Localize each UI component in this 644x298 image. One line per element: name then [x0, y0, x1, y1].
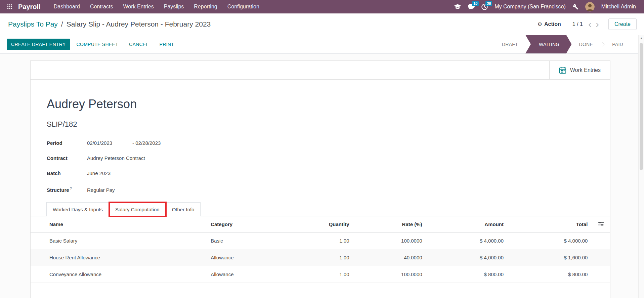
status-done[interactable]: DONE: [572, 35, 601, 53]
contract-label: Contract: [47, 155, 87, 161]
cell-name: House Rent Allowance: [31, 249, 205, 266]
nav-item-work-entries[interactable]: Work Entries: [118, 0, 159, 13]
cell-total: $ 4,000.00: [509, 232, 593, 249]
breadcrumb: Payslips To Pay / Salary Slip - Audrey P…: [8, 20, 211, 28]
app-name[interactable]: Payroll: [18, 3, 41, 11]
messages-badge: 10: [472, 1, 479, 6]
period-end-value[interactable]: - 02/28/2023: [132, 140, 161, 146]
debug-wrench-icon[interactable]: [572, 4, 578, 10]
cell-amount: $ 4,000.00: [428, 232, 509, 249]
print-button[interactable]: PRINT: [155, 39, 179, 50]
table-row[interactable]: House Rent Allowance Allowance 1.00 40.0…: [31, 249, 610, 266]
cell-category: Basic: [205, 232, 290, 249]
table-row[interactable]: Basic Salary Basic 1.00 100.0000 $ 4,000…: [31, 232, 610, 249]
action-buttons: CREATE DRAFT ENTRY COMPUTE SHEET CANCEL …: [7, 35, 178, 53]
company-switcher[interactable]: My Company (San Francisco): [495, 4, 566, 10]
messages-icon[interactable]: 10: [468, 4, 475, 10]
payslip-reference: SLIP/182: [47, 120, 610, 129]
work-entries-smart-button[interactable]: Work Entries: [549, 61, 610, 79]
apps-grid-icon[interactable]: [4, 4, 15, 9]
button-box-row: Work Entries: [31, 61, 610, 80]
notebook-tabs: Worked Days & Inputs Salary Computation …: [31, 202, 610, 216]
structure-label: Structure?: [47, 185, 87, 193]
field-row-batch: Batch June 2023: [47, 170, 610, 176]
action-bar: CREATE DRAFT ENTRY COMPUTE SHEET CANCEL …: [0, 35, 644, 54]
scrollbar-thumb[interactable]: [640, 43, 643, 170]
cell-amount: $ 800.00: [428, 266, 509, 283]
pager-counter: 1 / 1: [572, 21, 583, 27]
batch-label: Batch: [47, 170, 87, 176]
structure-value[interactable]: Regular Pay: [87, 187, 115, 193]
cancel-button[interactable]: CANCEL: [125, 39, 153, 50]
form-body: Audrey Peterson SLIP/182 Period 02/01/20…: [31, 80, 610, 193]
payslip-form-sheet: Work Entries Audrey Peterson SLIP/182 Pe…: [30, 60, 610, 298]
pager-prev-icon[interactable]: ‹: [586, 20, 594, 29]
status-waiting-active[interactable]: WAITING: [525, 35, 571, 53]
nav-item-payslips[interactable]: Payslips: [159, 0, 189, 13]
help-icon: ?: [70, 186, 72, 190]
create-draft-entry-button[interactable]: CREATE DRAFT ENTRY: [7, 39, 70, 50]
cell-rate: 40.0000: [355, 249, 428, 266]
control-panel: Payslips To Pay / Salary Slip - Audrey P…: [0, 13, 644, 35]
status-separator-icon: [600, 42, 605, 46]
column-header-amount[interactable]: Amount: [428, 216, 509, 232]
cell-amount: $ 4,000.00: [428, 249, 509, 266]
cell-total: $ 800.00: [509, 266, 593, 283]
create-button[interactable]: Create: [608, 18, 637, 30]
breadcrumb-parent[interactable]: Payslips To Pay: [8, 20, 58, 28]
column-header-total[interactable]: Total: [509, 216, 593, 232]
cell-total: $ 1,600.00: [509, 249, 593, 266]
user-avatar[interactable]: [585, 2, 595, 11]
nav-item-contracts[interactable]: Contracts: [85, 0, 118, 13]
table-header-row: Name Category Quantity Rate (%) Amount T…: [31, 216, 610, 232]
nav-item-dashboard[interactable]: Dashboard: [49, 0, 85, 13]
vertical-scrollbar[interactable]: ▲: [638, 35, 644, 298]
period-label: Period: [47, 140, 87, 146]
contract-value[interactable]: Audrey Peterson Contract: [87, 155, 145, 161]
activities-badge: 38: [485, 1, 492, 6]
cell-category: Allowance: [205, 249, 290, 266]
cell-rate: 100.0000: [355, 266, 428, 283]
control-panel-right: ⚙ Action 1 / 1 ‹ › Create: [538, 18, 637, 30]
column-header-quantity[interactable]: Quantity: [290, 216, 355, 232]
column-header-category[interactable]: Category: [205, 216, 290, 232]
graduation-cap-icon[interactable]: [454, 4, 461, 10]
user-name[interactable]: Mitchell Admin: [601, 4, 636, 10]
period-start-value[interactable]: 02/01/2023: [87, 140, 112, 146]
compute-sheet-button[interactable]: COMPUTE SHEET: [72, 39, 123, 50]
column-header-name[interactable]: Name: [31, 216, 205, 232]
statusbar: DRAFT WAITING DONE PAID: [495, 35, 631, 53]
field-row-period: Period 02/01/2023 - 02/28/2023: [47, 140, 610, 146]
cell-quantity: 1.00: [290, 232, 355, 249]
batch-value[interactable]: June 2023: [87, 170, 111, 176]
action-label: Action: [544, 21, 561, 27]
nav-item-configuration[interactable]: Configuration: [222, 0, 264, 13]
scrollbar-up-arrow-icon[interactable]: ▲: [639, 37, 644, 40]
breadcrumb-separator: /: [61, 20, 63, 28]
activities-icon[interactable]: 38: [481, 4, 488, 10]
table-row[interactable]: Conveyance Allowance Allowance 1.00 100.…: [31, 266, 610, 283]
gear-icon: ⚙: [538, 21, 542, 27]
column-header-rate[interactable]: Rate (%): [355, 216, 428, 232]
optional-columns-icon[interactable]: [593, 216, 610, 232]
nav-item-reporting[interactable]: Reporting: [189, 0, 222, 13]
cell-name: Conveyance Allowance: [31, 266, 205, 283]
field-row-structure: Structure? Regular Pay: [47, 185, 610, 193]
tab-salary-computation-highlighted[interactable]: Salary Computation: [109, 202, 166, 216]
status-draft[interactable]: DRAFT: [495, 35, 525, 53]
status-paid[interactable]: PAID: [605, 35, 631, 53]
field-row-contract: Contract Audrey Peterson Contract: [47, 155, 610, 161]
cell-quantity: 1.00: [290, 249, 355, 266]
breadcrumb-current: Salary Slip - Audrey Peterson - February…: [67, 20, 211, 28]
cell-name: Basic Salary: [31, 232, 205, 249]
tab-other-info[interactable]: Other Info: [166, 202, 201, 216]
cell-rate: 100.0000: [355, 232, 428, 249]
pager-next-icon[interactable]: ›: [594, 20, 601, 29]
action-menu-button[interactable]: ⚙ Action: [538, 21, 561, 27]
systray: 10 38 My Company (San Francisco) Mitchel…: [454, 2, 636, 11]
cell-category: Allowance: [205, 266, 290, 283]
top-navbar: Payroll Dashboard Contracts Work Entries…: [0, 0, 644, 13]
tab-worked-days-inputs[interactable]: Worked Days & Inputs: [46, 202, 109, 216]
employee-name-title: Audrey Peterson: [47, 97, 610, 111]
cell-quantity: 1.00: [290, 266, 355, 283]
